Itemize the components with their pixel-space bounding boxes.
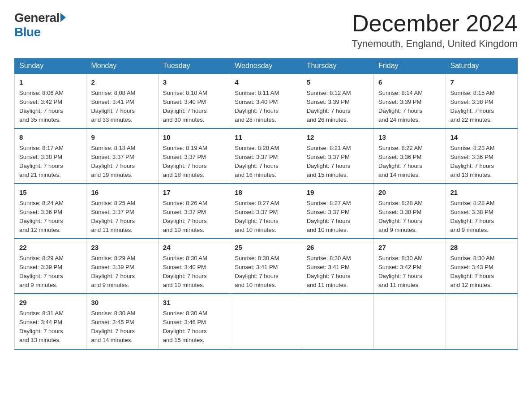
day-number: 8 [19, 133, 82, 143]
calendar-cell: 5Sunrise: 8:12 AM Sunset: 3:39 PM Daylig… [302, 74, 373, 129]
day-number: 16 [91, 188, 153, 198]
calendar-cell [230, 294, 302, 349]
day-number: 14 [450, 133, 513, 143]
calendar-cell: 30Sunrise: 8:30 AM Sunset: 3:45 PM Dayli… [86, 294, 158, 349]
calendar-cell: 11Sunrise: 8:20 AM Sunset: 3:37 PM Dayli… [230, 128, 302, 184]
calendar-cell: 22Sunrise: 8:29 AM Sunset: 3:39 PM Dayli… [15, 239, 86, 294]
header-cell-saturday: Saturday [446, 58, 517, 74]
day-number: 28 [450, 243, 513, 253]
day-info: Sunrise: 8:30 AM Sunset: 3:46 PM Dayligh… [163, 309, 225, 345]
day-number: 23 [91, 243, 153, 253]
day-info: Sunrise: 8:30 AM Sunset: 3:41 PM Dayligh… [307, 254, 369, 290]
day-info: Sunrise: 8:31 AM Sunset: 3:44 PM Dayligh… [19, 309, 82, 345]
calendar-cell: 31Sunrise: 8:30 AM Sunset: 3:46 PM Dayli… [158, 294, 230, 349]
calendar-table: SundayMondayTuesdayWednesdayThursdayFrid… [14, 58, 518, 349]
day-number: 19 [307, 188, 369, 198]
day-number: 21 [450, 188, 513, 198]
day-info: Sunrise: 8:30 AM Sunset: 3:41 PM Dayligh… [235, 254, 297, 290]
calendar-cell: 16Sunrise: 8:25 AM Sunset: 3:37 PM Dayli… [86, 184, 158, 239]
logo: General Blue [14, 11, 66, 39]
calendar-cell: 4Sunrise: 8:11 AM Sunset: 3:40 PM Daylig… [230, 74, 302, 129]
day-number: 15 [19, 188, 82, 198]
day-info: Sunrise: 8:21 AM Sunset: 3:37 PM Dayligh… [307, 144, 369, 180]
day-number: 18 [235, 188, 297, 198]
day-number: 2 [91, 77, 153, 88]
day-number: 13 [378, 133, 441, 143]
day-info: Sunrise: 8:10 AM Sunset: 3:40 PM Dayligh… [163, 89, 225, 125]
day-number: 30 [91, 298, 153, 308]
calendar-cell: 9Sunrise: 8:18 AM Sunset: 3:37 PM Daylig… [86, 128, 158, 184]
calendar-cell: 10Sunrise: 8:19 AM Sunset: 3:37 PM Dayli… [158, 128, 230, 184]
title-block: December 2024 Tynemouth, England, United… [352, 11, 518, 50]
calendar-cell: 21Sunrise: 8:28 AM Sunset: 3:38 PM Dayli… [446, 184, 517, 239]
day-number: 9 [91, 133, 153, 143]
day-number: 5 [307, 77, 369, 88]
day-info: Sunrise: 8:24 AM Sunset: 3:36 PM Dayligh… [19, 199, 82, 235]
calendar-header-row: SundayMondayTuesdayWednesdayThursdayFrid… [15, 58, 518, 74]
logo-blue: Blue [14, 25, 41, 39]
calendar-cell: 12Sunrise: 8:21 AM Sunset: 3:37 PM Dayli… [302, 128, 373, 184]
header-cell-thursday: Thursday [302, 58, 373, 74]
calendar-cell: 26Sunrise: 8:30 AM Sunset: 3:41 PM Dayli… [302, 239, 373, 294]
day-info: Sunrise: 8:28 AM Sunset: 3:38 PM Dayligh… [378, 199, 441, 235]
day-info: Sunrise: 8:06 AM Sunset: 3:42 PM Dayligh… [19, 89, 82, 125]
day-number: 29 [19, 298, 82, 308]
calendar-cell: 15Sunrise: 8:24 AM Sunset: 3:36 PM Dayli… [15, 184, 86, 239]
calendar-cell: 8Sunrise: 8:17 AM Sunset: 3:38 PM Daylig… [15, 128, 86, 184]
day-number: 4 [235, 77, 297, 88]
day-number: 26 [307, 243, 369, 253]
calendar-cell: 19Sunrise: 8:27 AM Sunset: 3:37 PM Dayli… [302, 184, 373, 239]
calendar-cell: 23Sunrise: 8:29 AM Sunset: 3:39 PM Dayli… [86, 239, 158, 294]
day-info: Sunrise: 8:26 AM Sunset: 3:37 PM Dayligh… [163, 199, 225, 235]
header-cell-sunday: Sunday [15, 58, 86, 74]
day-info: Sunrise: 8:17 AM Sunset: 3:38 PM Dayligh… [19, 144, 82, 180]
day-info: Sunrise: 8:29 AM Sunset: 3:39 PM Dayligh… [91, 254, 153, 290]
calendar-week-row: 1Sunrise: 8:06 AM Sunset: 3:42 PM Daylig… [15, 74, 518, 129]
day-number: 24 [163, 243, 225, 253]
day-number: 7 [450, 77, 513, 88]
calendar-cell: 3Sunrise: 8:10 AM Sunset: 3:40 PM Daylig… [158, 74, 230, 129]
day-info: Sunrise: 8:15 AM Sunset: 3:38 PM Dayligh… [450, 89, 513, 125]
calendar-cell: 24Sunrise: 8:30 AM Sunset: 3:40 PM Dayli… [158, 239, 230, 294]
day-info: Sunrise: 8:14 AM Sunset: 3:39 PM Dayligh… [378, 89, 441, 125]
day-info: Sunrise: 8:19 AM Sunset: 3:37 PM Dayligh… [163, 144, 225, 180]
header-cell-friday: Friday [374, 58, 446, 74]
calendar-cell: 29Sunrise: 8:31 AM Sunset: 3:44 PM Dayli… [15, 294, 86, 349]
calendar-cell: 20Sunrise: 8:28 AM Sunset: 3:38 PM Dayli… [374, 184, 446, 239]
day-number: 11 [235, 133, 297, 143]
calendar-cell [374, 294, 446, 349]
day-number: 22 [19, 243, 82, 253]
day-number: 3 [163, 77, 225, 88]
day-info: Sunrise: 8:30 AM Sunset: 3:43 PM Dayligh… [450, 254, 513, 290]
day-number: 10 [163, 133, 225, 143]
day-info: Sunrise: 8:18 AM Sunset: 3:37 PM Dayligh… [91, 144, 153, 180]
day-number: 1 [19, 77, 82, 88]
calendar-cell: 2Sunrise: 8:08 AM Sunset: 3:41 PM Daylig… [86, 74, 158, 129]
day-info: Sunrise: 8:22 AM Sunset: 3:36 PM Dayligh… [378, 144, 441, 180]
day-info: Sunrise: 8:12 AM Sunset: 3:39 PM Dayligh… [307, 89, 369, 125]
calendar-cell: 13Sunrise: 8:22 AM Sunset: 3:36 PM Dayli… [374, 128, 446, 184]
calendar-cell [302, 294, 373, 349]
day-info: Sunrise: 8:27 AM Sunset: 3:37 PM Dayligh… [307, 199, 369, 235]
calendar-week-row: 29Sunrise: 8:31 AM Sunset: 3:44 PM Dayli… [15, 294, 518, 349]
day-info: Sunrise: 8:30 AM Sunset: 3:42 PM Dayligh… [378, 254, 441, 290]
day-info: Sunrise: 8:20 AM Sunset: 3:37 PM Dayligh… [235, 144, 297, 180]
logo-arrow-icon [60, 13, 66, 22]
calendar-cell: 25Sunrise: 8:30 AM Sunset: 3:41 PM Dayli… [230, 239, 302, 294]
calendar-cell: 27Sunrise: 8:30 AM Sunset: 3:42 PM Dayli… [374, 239, 446, 294]
day-number: 27 [378, 243, 441, 253]
calendar-cell: 6Sunrise: 8:14 AM Sunset: 3:39 PM Daylig… [374, 74, 446, 129]
header-cell-tuesday: Tuesday [158, 58, 230, 74]
calendar-cell: 17Sunrise: 8:26 AM Sunset: 3:37 PM Dayli… [158, 184, 230, 239]
calendar-cell: 7Sunrise: 8:15 AM Sunset: 3:38 PM Daylig… [446, 74, 517, 129]
day-info: Sunrise: 8:23 AM Sunset: 3:36 PM Dayligh… [450, 144, 513, 180]
day-number: 31 [163, 298, 225, 308]
calendar-cell: 28Sunrise: 8:30 AM Sunset: 3:43 PM Dayli… [446, 239, 517, 294]
day-number: 20 [378, 188, 441, 198]
calendar-week-row: 15Sunrise: 8:24 AM Sunset: 3:36 PM Dayli… [15, 184, 518, 239]
page-header: General Blue December 2024 Tynemouth, En… [14, 11, 518, 50]
day-info: Sunrise: 8:25 AM Sunset: 3:37 PM Dayligh… [91, 199, 153, 235]
day-number: 25 [235, 243, 297, 253]
calendar-week-row: 22Sunrise: 8:29 AM Sunset: 3:39 PM Dayli… [15, 239, 518, 294]
day-info: Sunrise: 8:27 AM Sunset: 3:37 PM Dayligh… [235, 199, 297, 235]
